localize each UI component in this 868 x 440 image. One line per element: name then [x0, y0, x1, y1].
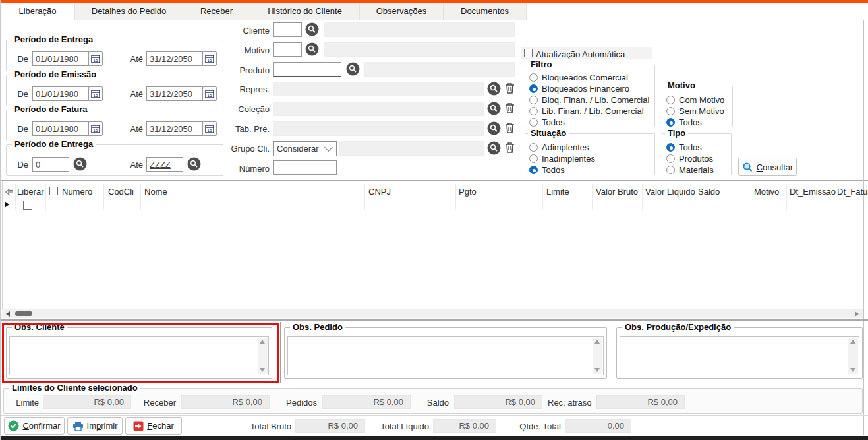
scroll-right-arrow[interactable] [855, 311, 859, 317]
radio-produtos[interactable]: Produtos [666, 153, 713, 164]
faixa-ate-input[interactable] [146, 157, 183, 172]
colecao-label: Coleção [229, 104, 270, 114]
fechar-button[interactable]: Fechar [125, 417, 182, 435]
calendar-button[interactable]: 15 [88, 86, 103, 101]
grupocli-combobox-value: Considerar [277, 144, 319, 154]
repres-clear-button[interactable] [503, 82, 517, 96]
imprimir-button[interactable]: Imprimir [67, 417, 123, 435]
obs-producao-textarea[interactable] [620, 336, 859, 375]
calendar-button[interactable]: 15 [88, 121, 103, 136]
scroll-left-arrow[interactable] [6, 311, 10, 317]
tab-documentos[interactable]: Documentos [444, 3, 527, 20]
window-bottom-edge [1, 436, 868, 440]
obs-cliente-scrollbar[interactable] [258, 338, 268, 374]
splitter-vertical[interactable] [280, 322, 281, 383]
produto-code-input[interactable] [273, 62, 341, 77]
select-all-checkbox[interactable] [49, 187, 58, 195]
scroll-down-arrow[interactable] [594, 368, 600, 372]
col-valor-liquido[interactable]: Valor Líquido [645, 187, 695, 197]
col-limite[interactable]: Limite [546, 187, 569, 197]
cliente-code-input[interactable] [273, 22, 302, 37]
radio-inadimplentes[interactable]: Inadimplentes [529, 153, 595, 164]
radio-adimplentes[interactable]: Adimplentes [529, 142, 589, 152]
tab-detalhes-do-pedido[interactable]: Detalhes do Pedido [75, 3, 183, 20]
radio-bloqueados-financeiro[interactable]: Bloqueados Financeiro [529, 83, 629, 94]
col-numero[interactable]: Numero [62, 187, 92, 197]
col-codcli[interactable]: CodCli [108, 187, 134, 197]
radio-materiais[interactable]: Materiais [666, 164, 714, 175]
periodo-fatura-ate-input[interactable] [146, 121, 203, 136]
calendar-button[interactable]: 15 [202, 51, 217, 66]
radio-situacao-todos[interactable]: Todos [529, 164, 565, 175]
scrollbar-thumb[interactable] [15, 311, 32, 316]
scroll-up-arrow[interactable] [260, 340, 265, 344]
grid-horizontal-scrollbar[interactable] [2, 309, 863, 318]
produto-search-button[interactable] [346, 62, 360, 76]
radio-bloqueados-comercial[interactable]: Bloqueados Comercial [529, 72, 628, 82]
motivo-code-input[interactable] [273, 42, 302, 57]
col-pgto[interactable]: Pgto [459, 187, 477, 197]
col-saldo[interactable]: Saldo [698, 187, 720, 197]
faixa-de-input[interactable] [32, 157, 69, 172]
splitter-horizontal[interactable] [1, 319, 868, 321]
tab-receber[interactable]: Receber [183, 3, 250, 20]
col-valor-bruto[interactable]: Valor Bruto [596, 187, 638, 197]
saldo-label: Saldo [419, 398, 449, 408]
colecao-search-button[interactable] [487, 102, 501, 115]
obs-producao-scrollbar[interactable] [848, 338, 858, 374]
search-button[interactable] [187, 157, 201, 171]
tab-observacoes[interactable]: Observações [360, 3, 444, 20]
numero-input[interactable] [273, 160, 337, 175]
splitter-vertical[interactable] [612, 322, 612, 383]
calendar-button[interactable]: 15 [88, 51, 103, 66]
row-liberar-checkbox[interactable] [23, 201, 32, 210]
consultar-button[interactable]: Consultar [738, 158, 797, 176]
radio-filtro-todos[interactable]: Todos [529, 117, 565, 127]
col-motivo[interactable]: Motivo [754, 187, 779, 197]
col-cnpj[interactable]: CNPJ [368, 187, 391, 197]
repres-search-button[interactable] [487, 82, 501, 96]
periodo-entrega-de-input[interactable] [32, 51, 89, 66]
radio-label: Produtos [679, 154, 713, 164]
radio-tipo-todos[interactable]: Todos [666, 142, 702, 152]
scroll-up-arrow[interactable] [594, 340, 600, 344]
grupocli-combobox[interactable]: Considerar [273, 141, 337, 156]
radio-circle [529, 154, 538, 163]
auto-update-checkbox[interactable] [524, 49, 533, 57]
radio-circle [666, 166, 675, 174]
cliente-search-button[interactable] [305, 22, 319, 36]
periodo-emissao-de-input[interactable] [32, 86, 89, 101]
radio-sem-motivo[interactable]: Sem Motivo [666, 106, 724, 116]
motivo-search-button[interactable] [305, 42, 319, 56]
calendar-button[interactable]: 15 [202, 121, 217, 136]
scroll-up-arrow[interactable] [850, 340, 855, 344]
radio-com-motivo[interactable]: Com Motivo [666, 94, 724, 105]
search-button[interactable] [73, 157, 87, 171]
confirmar-button[interactable]: Confirmar [4, 417, 65, 435]
colecao-clear-button[interactable] [503, 102, 517, 115]
col-liberar[interactable]: Liberar [17, 187, 43, 197]
col-dt-emissao[interactable]: Dt_Emissao [790, 187, 836, 197]
tabpre-search-button[interactable] [487, 121, 501, 135]
obs-pedido-scrollbar[interactable] [593, 338, 602, 374]
scroll-down-arrow[interactable] [260, 368, 265, 372]
col-nome[interactable]: Nome [144, 187, 167, 197]
calendar-button[interactable]: 15 [202, 86, 217, 101]
radio-bloq-finan-lib-comercial[interactable]: Bloq. Finan. / Lib. Comercial [529, 94, 649, 105]
col-dt-fatur[interactable]: Dt_Fatur [837, 187, 868, 197]
periodo-entrega-ate-input[interactable] [146, 51, 203, 66]
tabpre-clear-button[interactable] [503, 121, 517, 135]
obs-cliente-textarea[interactable] [9, 336, 269, 375]
groupbox-title: Obs. Produção/Expedição [622, 322, 734, 332]
obs-pedido-textarea[interactable] [287, 336, 604, 375]
tab-historico-do-cliente[interactable]: Histórico do Cliente [250, 3, 360, 20]
calendar-icon: 15 [205, 54, 214, 63]
tab-liberacao[interactable]: Liberação [1, 3, 75, 20]
scroll-down-arrow[interactable] [850, 368, 855, 372]
periodo-fatura-de-input[interactable] [32, 121, 89, 136]
grupocli-search-button[interactable] [487, 141, 501, 155]
radio-lib-finan-lib-comercial[interactable]: Lib. Finan. / Lib. Comercial [529, 106, 644, 116]
grupocli-clear-button[interactable] [503, 141, 517, 155]
periodo-emissao-ate-input[interactable] [146, 86, 203, 101]
radio-motivo-todos[interactable]: Todos [666, 117, 702, 127]
